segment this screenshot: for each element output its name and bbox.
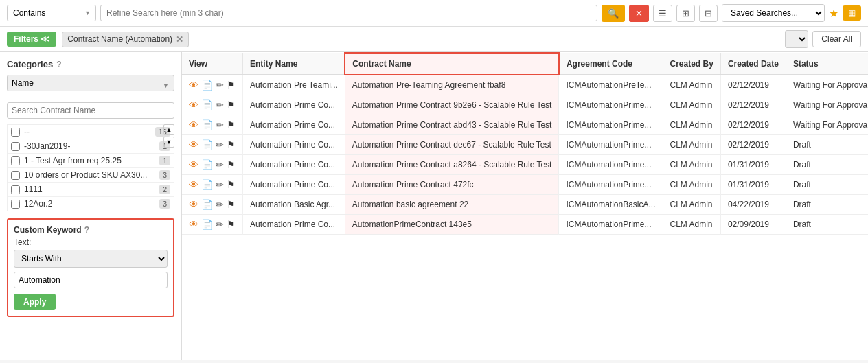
filter-dropdown[interactable] xyxy=(785,30,808,48)
category-checkbox[interactable] xyxy=(11,142,20,151)
apply-button[interactable]: Apply xyxy=(14,294,56,310)
clear-search-button[interactable]: ✕ xyxy=(629,5,649,22)
status-cell: Draft xyxy=(786,215,868,235)
doc-icon[interactable]: 📄 xyxy=(201,119,213,130)
doc-icon[interactable]: 📄 xyxy=(201,80,213,91)
doc-icon[interactable]: 📄 xyxy=(201,139,213,150)
flag-icon[interactable]: ⚑ xyxy=(227,159,236,170)
scroll-up-button[interactable]: ▲ xyxy=(163,124,174,135)
status-cell: Draft xyxy=(786,175,868,195)
eye-icon[interactable]: 👁 xyxy=(189,119,198,130)
eye-icon[interactable]: 👁 xyxy=(189,179,198,190)
view-cell: 👁 📄 ✏ ⚑ xyxy=(182,175,243,195)
table-row: 👁 📄 ✏ ⚑ Automation Basic Agr... Automati… xyxy=(182,195,868,215)
doc-icon[interactable]: 📄 xyxy=(201,159,213,170)
col-view[interactable]: View xyxy=(182,53,243,75)
col-contract-name[interactable]: Contract Name xyxy=(345,53,559,75)
category-checkbox[interactable] xyxy=(11,200,20,209)
name-select-wrapper: Name xyxy=(7,75,174,97)
clear-all-button[interactable]: Clear All xyxy=(812,31,861,47)
entity-name-cell: Automation Prime Co... xyxy=(243,175,345,195)
contract-name-cell: Automation Prime Contract abd43 - Scalab… xyxy=(345,115,559,135)
table-row: 👁 📄 ✏ ⚑ Automation Prime Co... Automatio… xyxy=(182,135,868,155)
edit-icon[interactable]: ✏ xyxy=(216,99,224,110)
flag-icon[interactable]: ⚑ xyxy=(227,199,236,210)
col-created-date[interactable]: Created Date xyxy=(720,53,786,75)
keyword-type-select[interactable]: Starts With Contains Ends With Exact Mat… xyxy=(14,250,168,268)
category-checkbox[interactable] xyxy=(11,171,20,180)
flag-icon[interactable]: ⚑ xyxy=(227,80,236,91)
flag-icon[interactable]: ⚑ xyxy=(227,119,236,130)
grid-view-button2[interactable]: ⊞ xyxy=(676,5,695,22)
doc-icon[interactable]: 📄 xyxy=(201,179,213,190)
scroll-down-button[interactable]: ▼ xyxy=(163,137,174,148)
flag-icon[interactable]: ⚑ xyxy=(227,219,236,230)
category-checkbox[interactable] xyxy=(11,156,20,165)
status-cell: Draft xyxy=(786,155,868,175)
col-status[interactable]: Status xyxy=(786,53,868,75)
eye-icon[interactable]: 👁 xyxy=(189,219,198,230)
eye-icon[interactable]: 👁 xyxy=(189,80,198,91)
search-type-select[interactable]: Contains xyxy=(7,5,96,21)
flag-icon[interactable]: ⚑ xyxy=(227,179,236,190)
filters-toggle-button[interactable]: Filters ≪ xyxy=(7,32,56,47)
created-date-cell: 02/12/2019 xyxy=(720,115,786,135)
contract-name-cell: Automation basic agreement 22 xyxy=(345,195,559,215)
doc-icon[interactable]: 📄 xyxy=(201,199,213,210)
edit-icon[interactable]: ✏ xyxy=(216,139,224,150)
tile-view-button[interactable]: ⊟ xyxy=(699,5,718,22)
saved-searches-select[interactable]: Saved Searches... xyxy=(722,4,825,22)
category-badge: 3 xyxy=(159,170,170,180)
contract-name-cell: Automation Prime Contract dec67 - Scalab… xyxy=(345,135,559,155)
remove-filter-button[interactable]: ✕ xyxy=(176,34,183,45)
category-checkbox[interactable] xyxy=(11,185,20,194)
list-view-button[interactable]: ☰ xyxy=(653,5,672,22)
category-checkbox[interactable] xyxy=(11,128,20,137)
edit-icon[interactable]: ✏ xyxy=(216,80,224,91)
custom-keyword-label: Custom Keyword xyxy=(14,225,82,235)
col-created-by[interactable]: Created By xyxy=(663,53,720,75)
text-label: Text: xyxy=(14,237,168,247)
agreement-code-cell: ICMAutomationPrime... xyxy=(559,135,663,155)
contract-name-cell: Automation Pre-Teaming Agreement fbaf8 xyxy=(345,75,559,95)
list-item: 12Aor.2 3 xyxy=(8,197,174,211)
custom-keyword-help-icon[interactable]: ? xyxy=(84,225,89,235)
edit-icon[interactable]: ✏ xyxy=(216,179,224,190)
table-row: 👁 📄 ✏ ⚑ Automation Prime Co... Automatio… xyxy=(182,175,868,195)
col-agreement-code[interactable]: Agreement Code xyxy=(559,53,663,75)
edit-icon[interactable]: ✏ xyxy=(216,119,224,130)
category-badge: 3 xyxy=(159,199,170,209)
star-button[interactable]: ★ xyxy=(829,7,838,20)
eye-icon[interactable]: 👁 xyxy=(189,159,198,170)
agreement-code-cell: ICMAutomationPrime... xyxy=(559,175,663,195)
flag-icon[interactable]: ⚑ xyxy=(227,139,236,150)
agreement-code-cell: ICMAutomationPrime... xyxy=(559,215,663,235)
category-item-label: 10 orders or Product SKU AX30... xyxy=(24,170,147,180)
created-by-cell: CLM Admin xyxy=(663,215,720,235)
entity-name-cell: Automation Prime Co... xyxy=(243,115,345,135)
contract-name-search-input[interactable] xyxy=(7,102,174,119)
created-date-cell: 02/09/2019 xyxy=(720,215,786,235)
contract-name-cell: Automation Prime Contract a8264 - Scalab… xyxy=(345,155,559,175)
eye-icon[interactable]: 👁 xyxy=(189,199,198,210)
grid-icon-button[interactable]: ▦ xyxy=(843,5,861,21)
categories-help-icon[interactable]: ? xyxy=(56,60,61,69)
scroll-arrows: ▲ ▼ xyxy=(163,124,174,148)
keyword-input[interactable] xyxy=(14,272,168,288)
edit-icon[interactable]: ✏ xyxy=(216,199,224,210)
table-area: View Entity Name Contract Name Agreement… xyxy=(182,52,868,360)
search-button[interactable]: 🔍 xyxy=(602,5,625,22)
eye-icon[interactable]: 👁 xyxy=(189,139,198,150)
flag-icon[interactable]: ⚑ xyxy=(227,99,236,110)
categories-label: Categories xyxy=(7,59,53,69)
col-entity-name[interactable]: Entity Name xyxy=(243,53,345,75)
eye-icon[interactable]: 👁 xyxy=(189,99,198,110)
search-input[interactable] xyxy=(100,5,597,21)
status-cell: Waiting For Approval xyxy=(786,95,868,115)
edit-icon[interactable]: ✏ xyxy=(216,159,224,170)
created-by-cell: CLM Admin xyxy=(663,75,720,95)
name-select[interactable]: Name xyxy=(7,75,174,91)
doc-icon[interactable]: 📄 xyxy=(201,99,213,110)
edit-icon[interactable]: ✏ xyxy=(216,219,224,230)
doc-icon[interactable]: 📄 xyxy=(201,219,213,230)
